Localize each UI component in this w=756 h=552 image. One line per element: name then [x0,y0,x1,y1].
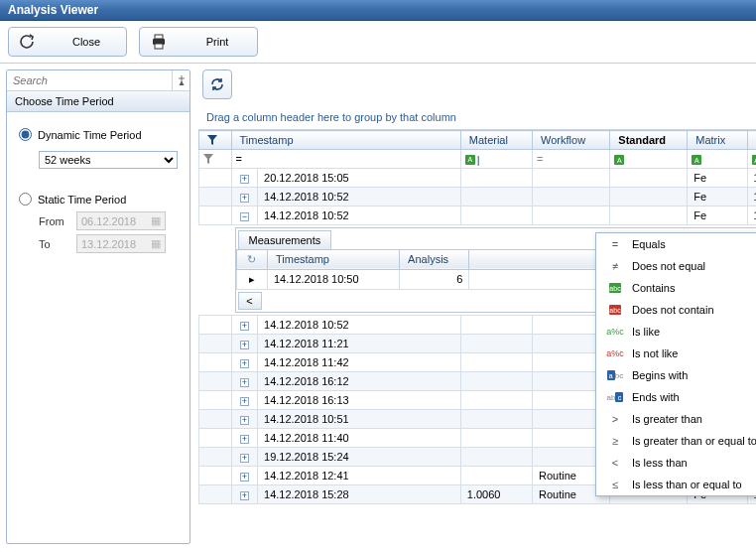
expand-row[interactable]: + [231,428,258,447]
filter-standard[interactable]: A [610,150,688,169]
expand-row[interactable]: + [231,168,258,187]
close-button[interactable]: Close [8,27,127,57]
refresh-button[interactable] [202,69,232,99]
calendar-icon: ▦ [151,237,161,250]
menuitem-not-equal[interactable]: ≠Does not equal [596,255,756,277]
menuitem-is-like[interactable]: a%cIs like [596,321,756,343]
collapse-row[interactable]: − [231,206,258,224]
svg-rect-2 [155,44,163,49]
calendar-icon: ▦ [151,214,161,227]
expand-row[interactable]: + [231,484,258,503]
filter-workflow[interactable]: = [533,150,610,169]
static-period-radio[interactable]: Static Time Period [19,193,178,206]
column-material[interactable]: Material [460,131,532,150]
filter-material[interactable]: A| [460,150,532,169]
detail-col-analysis[interactable]: Analysis [400,249,469,269]
filter-mds[interactable]: A [747,150,756,169]
sidebar: Choose Time Period Dynamic Time Period 5… [6,69,190,544]
column-timestamp[interactable]: Timestamp [231,131,460,150]
groupby-area[interactable]: Drag a column header here to group by th… [198,105,756,130]
expand-row[interactable]: + [231,371,258,390]
expand-row[interactable]: + [231,352,258,371]
expand-row[interactable]: + [231,409,258,428]
print-button[interactable]: Print [139,27,258,57]
to-label: To [39,238,68,250]
measurements-tab[interactable]: Measurements [238,230,332,249]
column-workflow[interactable]: Workflow [533,131,610,150]
svg-rect-1 [155,35,163,39]
menuitem-not-contain[interactable]: abcDoes not contain [596,299,756,321]
from-date-input[interactable]: 06.12.2018 ▦ [76,211,166,230]
from-label: From [39,215,68,227]
filter-icon[interactable] [199,150,232,169]
weeks-select[interactable]: 52 weeks [39,151,178,169]
back-arrow-icon [19,33,37,51]
static-label: Static Time Period [38,194,126,206]
to-date-input[interactable]: 13.12.2018 ▦ [76,234,166,253]
time-period-heading: Choose Time Period [7,91,189,112]
column-matrix[interactable]: Matrix [688,131,747,150]
menuitem-greater-than[interactable]: >Is greater than [596,408,756,430]
filter-timestamp[interactable]: = [231,150,460,169]
expand-row[interactable]: + [231,390,258,409]
menuitem-gte[interactable]: ≥Is greater than or equal to [596,430,756,452]
detail-row-indicator: ▸ [236,269,267,289]
close-button-label: Close [57,36,116,48]
expand-row[interactable]: + [231,187,258,206]
menuitem-lte[interactable]: ≤Is less than or equal to [596,474,756,495]
toolbar: Close Print [0,21,756,64]
detail-col-timestamp[interactable]: Timestamp [267,249,399,269]
filter-condition-menu: =Equals ≠Does not equal abcContains abcD… [595,232,756,496]
grid-area: Drag a column header here to group by th… [196,64,756,550]
window-title: Analysis Viewer [0,0,756,21]
menuitem-ends-with[interactable]: abcEnds with [596,386,756,408]
detail-group-icon[interactable]: ↻ [236,249,267,269]
menuitem-contains[interactable]: abcContains [596,277,756,299]
menuitem-less-than[interactable]: <Is less than [596,452,756,474]
expand-row[interactable]: + [231,315,258,334]
menuitem-is-not-like[interactable]: a%cIs not like [596,343,756,364]
menuitem-begins-with[interactable]: abcBegins with [596,364,756,386]
cell-timestamp: 20.12.2018 15:05 [258,168,461,187]
filter-matrix[interactable]: A [688,150,747,169]
scroll-left-button[interactable]: < [238,292,262,310]
filter-toggle[interactable] [199,131,232,150]
column-standard[interactable]: Standard [610,131,688,150]
pin-icon[interactable] [172,70,189,90]
expand-row[interactable]: + [231,334,258,352]
dynamic-period-radio[interactable]: Dynamic Time Period [19,128,178,141]
printer-icon [150,33,168,51]
dynamic-label: Dynamic Time Period [38,129,142,141]
expand-row[interactable]: + [231,466,258,484]
column-mds[interactable]: MDS Zeitstempel [747,131,756,150]
search-input[interactable] [7,70,172,90]
expand-row[interactable]: + [231,447,258,466]
menuitem-equals[interactable]: =Equals [596,233,756,255]
print-button-label: Print [188,36,247,48]
